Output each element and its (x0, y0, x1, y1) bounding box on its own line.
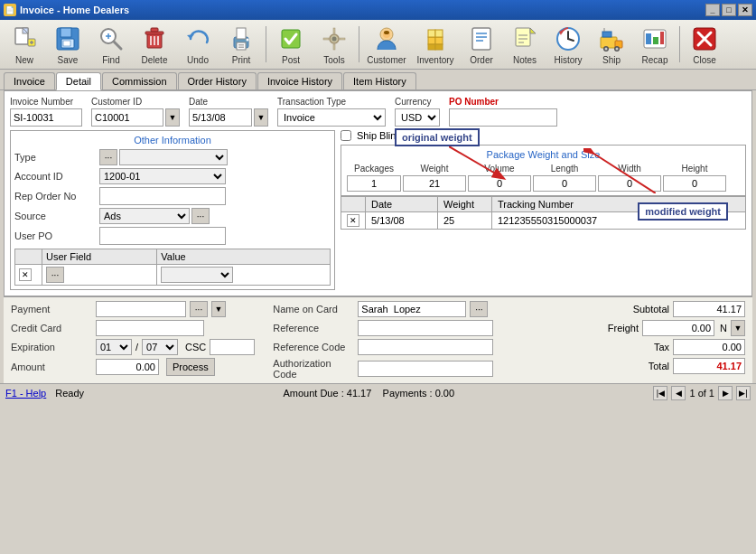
reference-code-label: Reference Code (273, 342, 354, 352)
order-button[interactable]: Order (461, 22, 502, 67)
recap-label: Recap (642, 55, 668, 65)
notes-label: Notes (513, 55, 537, 65)
source-select[interactable]: Ads (99, 208, 190, 224)
delete-button[interactable]: Delete (134, 22, 175, 67)
history-button[interactable]: History (547, 22, 589, 67)
close-button[interactable]: Close (684, 22, 725, 67)
close-window-button[interactable]: ✕ (738, 4, 752, 16)
reference-input[interactable] (358, 320, 493, 336)
svg-rect-42 (435, 44, 443, 50)
ship-button[interactable]: Ship (591, 22, 632, 67)
original-weight-label: original weight (395, 128, 480, 146)
tax-row: Tax (584, 339, 745, 355)
print-button[interactable]: Print (220, 22, 262, 67)
ship-blind-checkbox[interactable] (341, 130, 351, 141)
tools-label: Tools (323, 55, 344, 65)
date-input[interactable] (189, 108, 252, 127)
date-label: Date (189, 97, 268, 107)
user-po-input[interactable] (99, 227, 226, 245)
find-label: Find (102, 55, 119, 65)
user-field-value-select[interactable] (161, 267, 233, 283)
transaction-type-select[interactable]: Invoice (277, 108, 386, 127)
app-icon: 📄 (4, 4, 16, 16)
customer-id-label: Customer ID (91, 97, 180, 107)
customer-button[interactable]: Customer (363, 22, 410, 67)
payment-dots-button[interactable]: ··· (190, 301, 208, 317)
undo-icon (183, 24, 212, 53)
tab-order-history[interactable]: Order History (178, 72, 257, 89)
undo-button[interactable]: Undo (177, 22, 219, 67)
tracking-delete-button[interactable]: ✕ (347, 214, 359, 227)
minimize-button[interactable]: _ (705, 4, 720, 16)
rep-order-no-input[interactable] (99, 187, 226, 205)
customer-id-input[interactable] (91, 108, 163, 127)
type-select[interactable] (119, 149, 228, 165)
subtotal-value[interactable] (673, 301, 745, 317)
maximize-button[interactable]: □ (722, 4, 736, 16)
tab-commission[interactable]: Commission (102, 72, 177, 89)
history-label: History (554, 55, 582, 65)
customer-id-dropdown-icon[interactable]: ▼ (165, 108, 180, 127)
tab-invoice-history[interactable]: Invoice History (257, 72, 342, 89)
reference-col: Name on Card ··· Reference Reference Cod… (273, 301, 493, 380)
account-id-select[interactable]: 1200-01 (99, 168, 226, 184)
invoice-number-input[interactable] (10, 108, 82, 127)
transaction-type-group: Transaction Type Invoice (277, 97, 386, 127)
csc-input[interactable] (210, 339, 255, 355)
post-button[interactable]: Post (270, 22, 312, 67)
help-link[interactable]: F1 - Help (5, 388, 46, 399)
amount-due-label: Amount Due : (283, 388, 343, 399)
tax-value[interactable] (673, 339, 745, 355)
source-dots-button[interactable]: ··· (191, 208, 210, 224)
process-button[interactable]: Process (166, 358, 215, 376)
payment-input[interactable] (96, 301, 186, 317)
reference-code-input[interactable] (358, 339, 493, 355)
freight-dropdown[interactable]: ▼ (731, 320, 745, 336)
name-on-card-input[interactable] (358, 301, 466, 317)
pkg-height-input[interactable] (663, 175, 726, 192)
svg-rect-33 (340, 38, 345, 40)
inventory-button[interactable]: Inventory (412, 22, 459, 67)
tab-detail[interactable]: Detail (56, 72, 101, 90)
authorization-code-input[interactable] (358, 361, 493, 377)
freight-value[interactable] (642, 320, 714, 336)
tab-item-history[interactable]: Item History (343, 72, 416, 89)
freight-suffix: N (720, 323, 727, 333)
find-button[interactable]: Find (90, 22, 132, 67)
authorization-code-label: Authorization Code (273, 358, 354, 380)
nav-first-button[interactable]: |◀ (653, 386, 667, 400)
new-button[interactable]: New (4, 22, 45, 67)
nav-prev-button[interactable]: ◀ (671, 386, 686, 400)
exp-month-select[interactable]: 01 (96, 339, 132, 355)
inventory-icon (421, 24, 450, 53)
payment-dropdown-icon[interactable]: ▼ (211, 301, 226, 317)
user-field-delete-button[interactable]: ✕ (19, 268, 32, 281)
user-field-dots-button[interactable]: ··· (46, 267, 64, 283)
type-dots-button[interactable]: ··· (99, 149, 117, 165)
close-label: Close (693, 55, 716, 65)
credit-card-input[interactable] (96, 320, 204, 336)
tab-invoice[interactable]: Invoice (4, 72, 55, 89)
freight-label: Freight (584, 323, 639, 333)
save-button[interactable]: Save (47, 22, 89, 67)
pkg-packages-input[interactable] (347, 175, 401, 192)
tracking-date-header: Date (366, 197, 438, 212)
notes-button[interactable]: Notes (504, 22, 546, 67)
nav-last-button[interactable]: ▶| (736, 386, 751, 400)
amount-input[interactable] (96, 359, 159, 375)
name-dots-button[interactable]: ··· (470, 301, 488, 317)
currency-select[interactable]: USD (395, 108, 440, 127)
payment-label: Payment (11, 304, 92, 315)
svg-rect-43 (472, 28, 490, 50)
tools-button[interactable]: Tools (313, 22, 355, 67)
amount-due-value: 41.17 (347, 388, 372, 399)
po-number-input[interactable] (449, 108, 557, 127)
type-row: Type ··· (14, 149, 331, 165)
date-dropdown-icon[interactable]: ▼ (254, 108, 268, 127)
recap-button[interactable]: Recap (634, 22, 676, 67)
total-value[interactable] (673, 358, 745, 374)
exp-year-select[interactable]: 07 (142, 339, 178, 355)
svg-rect-65 (653, 37, 658, 44)
nav-next-button[interactable]: ▶ (718, 386, 733, 400)
ship-label: Ship (602, 55, 621, 65)
